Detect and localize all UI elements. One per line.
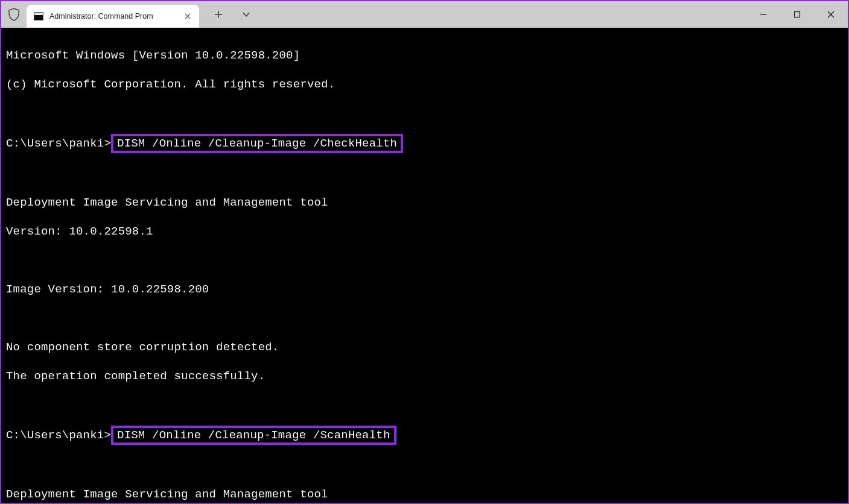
maximize-button[interactable] [780, 1, 814, 28]
command-check-health: DISM /Online /Cleanup-Image /CheckHealth [111, 134, 403, 153]
tab-title: Administrator: Command Prom [49, 12, 176, 20]
line-tool-header: Deployment Image Servicing and Managemen… [6, 487, 843, 502]
titlebar-spacer [255, 1, 746, 28]
tab-command-prompt[interactable]: Administrator: Command Prom [27, 5, 199, 28]
prompt-line-1: C:\Users\panki>DISM /Online /Cleanup-Ima… [6, 135, 843, 152]
tabstrip-controls [199, 1, 255, 28]
close-button[interactable] [814, 1, 848, 28]
new-tab-button[interactable] [210, 6, 227, 23]
line-image-version: Image Version: 10.0.22598.200 [6, 282, 843, 297]
blank-line [6, 106, 843, 121]
tab-dropdown-button[interactable] [238, 6, 255, 23]
cmd-icon [34, 12, 43, 20]
line-windows-version: Microsoft Windows [Version 10.0.22598.20… [6, 48, 843, 63]
blank-line [6, 311, 843, 326]
terminal-output[interactable]: Microsoft Windows [Version 10.0.22598.20… [1, 28, 848, 503]
minimize-button[interactable] [746, 1, 780, 28]
line-op-success: The operation completed successfully. [6, 369, 843, 383]
app-icon-wrap [1, 1, 27, 28]
tab-close-button[interactable] [182, 11, 193, 22]
blank-line [6, 253, 843, 268]
prompt-line-2: C:\Users\panki>DISM /Online /Cleanup-Ima… [6, 427, 843, 444]
blank-line [6, 398, 843, 412]
line-copyright: (c) Microsoft Corporation. All rights re… [6, 77, 843, 92]
prompt: C:\Users\panki> [6, 429, 111, 442]
shield-icon [8, 8, 20, 21]
svg-rect-0 [795, 12, 800, 17]
window-controls [746, 1, 848, 28]
blank-line [6, 166, 843, 181]
line-tool-header: Deployment Image Servicing and Managemen… [6, 195, 843, 210]
blank-line [6, 458, 843, 473]
prompt: C:\Users\panki> [6, 137, 111, 150]
line-tool-version: Version: 10.0.22598.1 [6, 224, 843, 239]
title-bar: Administrator: Command Prom [1, 1, 848, 28]
line-no-corruption: No component store corruption detected. [6, 340, 843, 354]
command-scan-health: DISM /Online /Cleanup-Image /ScanHealth [111, 426, 396, 445]
